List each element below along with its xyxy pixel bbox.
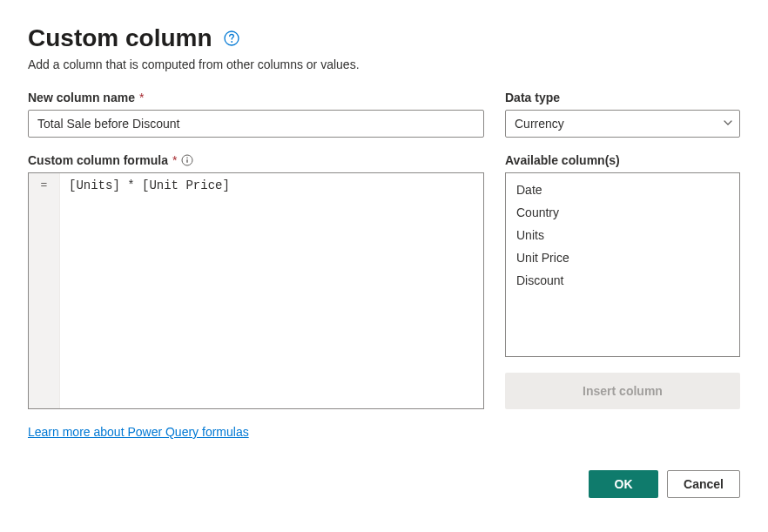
required-marker: * [172,153,177,167]
available-columns-label: Available column(s) [505,153,620,167]
list-item[interactable]: Date [506,178,739,201]
help-icon[interactable] [223,30,240,47]
list-item[interactable]: Country [506,201,739,224]
list-item[interactable]: Units [506,224,739,246]
insert-column-button: Insert column [505,373,740,409]
cancel-button[interactable]: Cancel [667,470,740,498]
formula-body[interactable]: [Units] * [Unit Price] [60,173,483,408]
data-type-select[interactable]: Currency [505,110,740,138]
formula-gutter: = [29,173,60,408]
dialog-title: Custom column [28,24,212,52]
ok-button[interactable]: OK [589,470,658,498]
required-marker: * [139,91,144,104]
new-column-name-label: New column name [28,91,135,104]
data-type-value: Currency [515,117,564,131]
new-column-name-input[interactable] [28,110,484,138]
available-columns-list[interactable]: Date Country Units Unit Price Discount [505,172,740,357]
svg-point-1 [231,41,232,43]
formula-label: Custom column formula [28,153,168,167]
learn-more-link[interactable]: Learn more about Power Query formulas [28,425,484,439]
svg-point-3 [187,158,189,159]
data-type-label: Data type [505,91,560,104]
list-item[interactable]: Discount [506,269,739,292]
list-item[interactable]: Unit Price [506,246,739,269]
svg-rect-4 [187,159,188,163]
dialog-subtitle: Add a column that is computed from other… [28,57,740,71]
info-icon[interactable] [181,154,193,166]
formula-editor[interactable]: = [Units] * [Unit Price] [28,172,484,409]
